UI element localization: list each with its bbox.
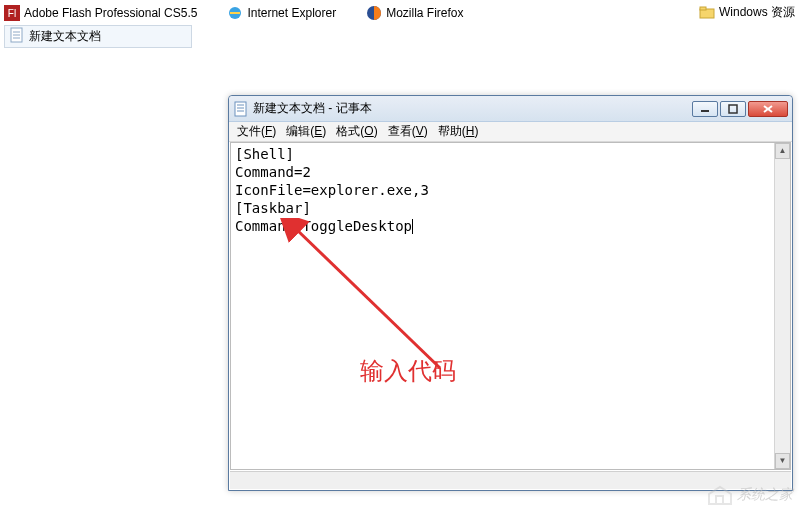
svg-rect-15: [729, 105, 737, 113]
menu-view[interactable]: 查看(V): [388, 123, 428, 140]
desktop-icon-label: Adobe Flash Professional CS5.5: [24, 6, 197, 20]
menu-help[interactable]: 帮助(H): [438, 123, 479, 140]
notepad-window: 新建文本文档 - 记事本 文件(F) 编辑(E) 格式(O) 查看(V) 帮助(…: [228, 95, 793, 491]
scroll-up-button[interactable]: ▲: [775, 143, 790, 159]
titlebar[interactable]: 新建文本文档 - 记事本: [229, 96, 792, 122]
svg-rect-19: [716, 496, 723, 504]
flash-icon: Fl: [4, 5, 20, 21]
desktop-icon-windows-resources[interactable]: Windows 资源: [699, 4, 795, 21]
window-title: 新建文本文档 - 记事本: [253, 100, 692, 117]
menu-format[interactable]: 格式(O): [336, 123, 377, 140]
firefox-icon: [366, 5, 382, 21]
desktop-icon-flash[interactable]: Fl Adobe Flash Professional CS5.5: [4, 4, 197, 21]
scroll-down-button[interactable]: ▼: [775, 453, 790, 469]
desktop-icon-ie[interactable]: Internet Explorer: [227, 4, 336, 21]
desktop-file-label: 新建文本文档: [29, 28, 101, 45]
menu-edit[interactable]: 编辑(E): [286, 123, 326, 140]
desktop-icon-firefox[interactable]: Mozilla Firefox: [366, 4, 463, 21]
desktop-icon-row-2: 新建文本文档: [0, 23, 799, 50]
svg-rect-10: [235, 102, 246, 116]
watermark: 系统之家: [707, 484, 793, 506]
svg-rect-5: [700, 7, 706, 10]
desktop-file-new-text[interactable]: 新建文本文档: [4, 25, 192, 48]
editor-area: [Shell] Command=2 IconFile=explorer.exe,…: [230, 142, 791, 470]
vertical-scrollbar[interactable]: ▲ ▼: [774, 143, 790, 469]
svg-text:Fl: Fl: [8, 8, 16, 19]
folder-icon: [699, 5, 715, 21]
ie-icon: [227, 5, 243, 21]
text-editor[interactable]: [Shell] Command=2 IconFile=explorer.exe,…: [231, 143, 774, 469]
notepad-icon: [233, 101, 249, 117]
menu-file[interactable]: 文件(F): [237, 123, 276, 140]
desktop-icon-label: Windows 资源: [719, 4, 795, 21]
watermark-text: 系统之家: [737, 486, 793, 504]
desktop-icon-label: Mozilla Firefox: [386, 6, 463, 20]
desktop-icon-row: Fl Adobe Flash Professional CS5.5 Intern…: [0, 0, 799, 23]
menubar: 文件(F) 编辑(E) 格式(O) 查看(V) 帮助(H): [229, 122, 792, 142]
watermark-logo-icon: [707, 484, 733, 506]
textfile-icon: [9, 27, 25, 46]
desktop-icon-label: Internet Explorer: [247, 6, 336, 20]
maximize-button[interactable]: [720, 101, 746, 117]
minimize-button[interactable]: [692, 101, 718, 117]
close-button[interactable]: [748, 101, 788, 117]
